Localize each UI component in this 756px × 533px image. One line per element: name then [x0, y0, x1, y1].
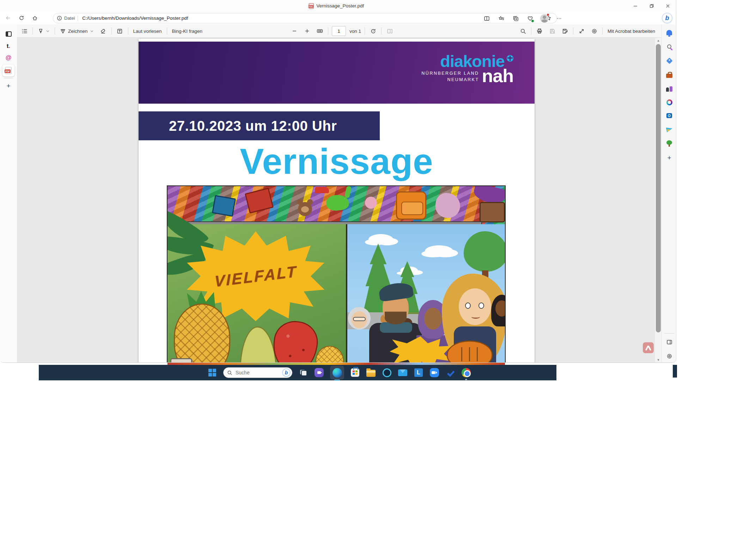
- close-button[interactable]: [660, 0, 676, 12]
- minimize-button[interactable]: [627, 0, 644, 12]
- alexa-button[interactable]: [382, 368, 392, 378]
- sidebar-games-button[interactable]: [665, 84, 674, 93]
- zoom-button[interactable]: [429, 368, 439, 378]
- bell-icon: [666, 30, 672, 35]
- eraser-icon: [100, 28, 106, 34]
- workspaces-button[interactable]: [4, 29, 13, 38]
- sidebar-drop-button[interactable]: [665, 125, 674, 134]
- sidebar-microsoft365-button[interactable]: [665, 98, 674, 107]
- sidebar-settings-button[interactable]: [665, 351, 674, 361]
- poster-illustration: VIELFALT: [167, 186, 505, 363]
- toolbar-divider: [167, 27, 167, 35]
- illustration-left-panel: VIELFALT: [167, 224, 346, 363]
- taskbar-edge-button[interactable]: [330, 366, 344, 380]
- acrobat-floating-button[interactable]: [643, 342, 654, 353]
- toolbar-divider: [328, 27, 328, 35]
- sidebar-search-button[interactable]: [665, 42, 674, 51]
- tab-tumblr[interactable]: t.: [4, 42, 13, 51]
- edit-with-acrobat-button[interactable]: Mit Acrobat bearbeiten: [606, 26, 657, 36]
- sidebar-outlook-button[interactable]: O: [665, 111, 674, 120]
- table-of-contents-button[interactable]: [20, 26, 29, 36]
- zoom-in-button[interactable]: [303, 26, 312, 36]
- toolbar-divider: [32, 27, 33, 35]
- pear-illustration: [240, 326, 277, 363]
- add-text-button[interactable]: [115, 26, 124, 36]
- save-as-button[interactable]: [560, 26, 569, 36]
- sidebar-add-button[interactable]: +: [665, 153, 674, 162]
- logo-region-line2: NEUMARKT: [421, 76, 479, 83]
- chrome-button[interactable]: [461, 368, 471, 378]
- linkedin-button[interactable]: L: [414, 368, 423, 378]
- mail-button[interactable]: [398, 368, 408, 378]
- todo-button[interactable]: [445, 368, 455, 378]
- tab-current[interactable]: Vernissage_Poster.pdf: [309, 0, 364, 12]
- tab-pdf-active[interactable]: [2, 65, 14, 76]
- taskbar-search[interactable]: b: [223, 367, 292, 378]
- url-input[interactable]: [81, 15, 543, 21]
- fullscreen-button[interactable]: [577, 26, 586, 36]
- sidebar-panel-toggle-button[interactable]: [665, 337, 674, 347]
- pdf-viewer-area: diakonie NÜRNBERGER LAND NEUMARKT nah: [17, 38, 655, 363]
- l-app-icon: L: [414, 368, 423, 377]
- toolbar-divider: [602, 27, 603, 35]
- tree: [464, 231, 505, 272]
- scroll-up-arrow[interactable]: ▲: [655, 38, 662, 43]
- restore-button[interactable]: [644, 0, 660, 12]
- microsoft-store-button[interactable]: [350, 368, 360, 378]
- split-screen-button[interactable]: [482, 13, 492, 23]
- sidebar-shopping-button[interactable]: [665, 56, 674, 65]
- pdf-settings-button[interactable]: [590, 26, 599, 36]
- save-button[interactable]: [548, 26, 557, 36]
- taskbar-search-input[interactable]: [235, 369, 276, 376]
- scrollbar-thumb[interactable]: [656, 44, 661, 332]
- draw-button[interactable]: Zeichnen: [59, 26, 95, 36]
- search-document-button[interactable]: [518, 26, 528, 36]
- chess-pieces-icon: [666, 86, 672, 92]
- workspaces-icon: [6, 31, 12, 37]
- page-number-input[interactable]: [332, 26, 346, 36]
- sidebar-tools-button[interactable]: [665, 71, 674, 80]
- scroll-down-arrow[interactable]: ▼: [655, 357, 662, 363]
- favorites-button[interactable]: [496, 13, 506, 23]
- chat-button[interactable]: [314, 368, 324, 378]
- girl-illustration: [491, 295, 505, 363]
- file-explorer-button[interactable]: [366, 368, 376, 378]
- sidebar-tree-button[interactable]: [665, 139, 674, 148]
- start-button[interactable]: [207, 368, 217, 378]
- profile-button[interactable]: [539, 13, 549, 23]
- home-icon: [32, 15, 38, 21]
- new-tab-button[interactable]: +: [4, 81, 13, 90]
- collections-button[interactable]: [511, 13, 520, 23]
- poster-purple-header: diakonie NÜRNBERGER LAND NEUMARKT nah: [139, 42, 535, 104]
- tab-mail-site[interactable]: @: [4, 53, 13, 62]
- mail-envelope-icon: [398, 369, 407, 376]
- sidebar-notifications-button[interactable]: [665, 28, 674, 37]
- ask-bing-button[interactable]: Bing-KI fragen: [171, 26, 204, 36]
- highlight-button[interactable]: [36, 26, 51, 36]
- page-view-button[interactable]: [385, 26, 394, 36]
- back-button[interactable]: [3, 13, 13, 23]
- zoom-out-button[interactable]: [290, 26, 299, 36]
- fit-to-width-button[interactable]: [315, 26, 324, 36]
- read-aloud-button[interactable]: Laut vorlesen: [132, 26, 163, 36]
- print-button[interactable]: [535, 26, 544, 36]
- pdf-favicon-icon: [5, 67, 12, 74]
- tabs-divider: [4, 78, 13, 79]
- refresh-button[interactable]: [16, 13, 27, 23]
- vertical-scrollbar[interactable]: ▲ ▼: [655, 38, 662, 363]
- settings-more-button[interactable]: [554, 13, 564, 23]
- copilot-button[interactable]: b: [662, 13, 672, 23]
- edge-sidebar-rail: O +: [662, 24, 676, 363]
- erase-button[interactable]: [99, 26, 108, 36]
- favorites-star-list-icon: [498, 16, 504, 22]
- highlighter-icon: [38, 28, 44, 34]
- task-view-button[interactable]: [298, 368, 308, 378]
- rotate-button[interactable]: [368, 26, 378, 36]
- toy-car-illustration: [315, 187, 329, 193]
- pdf-toolbar-center-group: von 1: [290, 24, 394, 38]
- sweater-illustration: [434, 191, 462, 219]
- toolbar-divider: [573, 27, 573, 35]
- browser-essentials-button[interactable]: [525, 13, 535, 23]
- windows-taskbar: b L: [39, 365, 556, 380]
- home-button[interactable]: [30, 13, 40, 23]
